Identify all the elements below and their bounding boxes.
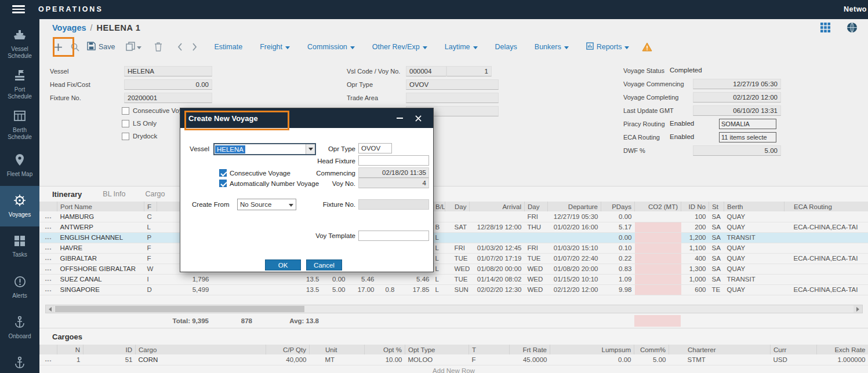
itinerary-row[interactable]: SUEZ CANAL I 1,796 13.5 0.00 5.46 5.46 L… [40,274,868,284]
modal-voy-no-field[interactable]: 4 [358,178,429,188]
sidebar-item-port-schedule[interactable]: Port Schedule [0,64,39,105]
modal-auto-number-label: Automatically Number Voyage [230,180,319,187]
warning-icon[interactable] [642,42,652,52]
sidebar-item-berth-schedule[interactable]: Berth Schedule [0,105,39,145]
cargoes-panel: Cargoes N ID Cargo C/P Qty Unit Opt % Op… [39,328,868,373]
itinerary-header-row: Port Name F B/L Day Arrival Day Departur… [40,202,868,211]
breadcrumb-voyages-link[interactable]: Voyages [52,23,86,32]
voyage-completing-field[interactable]: 02/12/20 12:00 [693,92,781,103]
itinerary-horizontal-scrollbar[interactable] [45,305,863,313]
trade-area-field[interactable] [406,93,499,103]
sidebar-item-voyages[interactable]: Voyages [0,186,39,226]
row-menu-icon[interactable] [40,274,57,284]
delete-button[interactable] [154,42,162,52]
sidebar-item-vessel-schedule[interactable]: Vessel Schedule [0,24,39,64]
chevron-down-icon [423,46,427,49]
consecutive-voyage-checkbox[interactable] [122,107,129,115]
chevron-down-icon[interactable] [306,144,315,154]
commission-menu[interactable]: Commission [307,43,355,51]
last-update-gmt-field[interactable]: 06/10/20 13:31 [693,105,781,116]
piracy-routing-detail[interactable]: SOMALIA [719,119,776,129]
estimate-link[interactable]: Estimate [215,43,243,51]
reports-menu[interactable]: Reports [586,42,630,52]
save-button[interactable]: Save [87,42,115,52]
itinerary-row[interactable]: OFFSHORE GIBRALTAR W L WED 01/08/20 00:0… [40,264,868,274]
drydock-checkbox[interactable] [122,133,129,140]
col-opt-type: Opt Type [405,345,469,354]
voyage-commencing-field[interactable]: 12/27/19 05:30 [693,79,781,89]
hamburger-menu-icon[interactable] [12,5,25,14]
row-menu-icon[interactable] [40,354,57,365]
modal-vessel-dropdown[interactable]: HELENA [213,143,316,155]
chevron-down-icon [564,46,569,49]
berth-schedule-icon [13,109,26,124]
tab-bl-info[interactable]: BL Info [103,190,125,198]
dwf-field[interactable]: 5.00 [693,145,781,156]
row-menu-icon[interactable] [40,264,57,274]
vessel-schedule-icon [13,28,27,43]
row-menu-icon[interactable] [40,222,57,232]
sidebar-item-alerts[interactable]: Alerts [0,267,39,308]
itinerary-row[interactable]: SINGAPORE D 5,499 13.5 5.00 17.00 0.8 17… [40,284,868,295]
voyage-status-value: Completed [670,67,702,74]
sidebar-item-fleet-map[interactable]: Fleet Map [0,145,39,186]
search-icon[interactable] [70,42,80,52]
copy-voyage-button[interactable] [126,42,141,53]
vsl-code-field[interactable]: 000004 [406,66,446,76]
ls-only-checkbox[interactable] [122,120,129,127]
sidebar-item-tasks[interactable]: Tasks [0,226,39,267]
opr-type-field[interactable]: OVOV [406,79,499,90]
grid-view-icon[interactable] [820,23,830,34]
col-day-departure: Day [525,202,548,211]
modal-auto-number-checkbox[interactable] [219,180,227,187]
voy-no-field[interactable]: 1 [446,66,492,76]
bunkers-menu[interactable]: Bunkers [535,43,569,51]
modal-head-fixture-field[interactable] [358,155,429,166]
itinerary-row[interactable]: ANTWERP L B SAT 12/28/19 12:00 THU 01 [40,222,868,232]
next-voyage-button[interactable] [192,43,197,51]
itinerary-row[interactable]: HAVRE F L FRI 01/03/20 12:45 FRI 01/0 [40,243,868,253]
head-fix-cost-field[interactable]: 0.00 [124,79,212,90]
modal-voy-template-field[interactable] [358,231,429,241]
itinerary-row[interactable]: HAMBURG C FRI 12/27/19 05:30 [40,211,868,222]
tab-cargo[interactable]: Cargo [145,190,165,198]
sidebar-item-onboard[interactable]: Onboard [0,308,39,348]
cargo-row[interactable]: 1 51 CORN 40,000 MT 10.00 MOLOO F 45.000… [40,354,868,365]
add-new-row-link[interactable]: Add New Row [39,367,868,373]
scroll-left-arrow[interactable] [46,305,55,313]
close-icon[interactable] [409,111,427,125]
row-menu-icon[interactable] [40,211,57,222]
chevron-down-icon [289,204,293,207]
freight-menu[interactable]: Freight [260,43,290,51]
modal-opr-type-field[interactable]: OVOV [358,143,392,153]
modal-consecutive-voyage-checkbox[interactable] [219,169,227,177]
cancel-button[interactable]: Cancel [306,259,342,270]
itinerary-row[interactable]: GIBRALTAR F L TUE 01/07/20 17:19 TUE [40,253,868,264]
row-menu-icon[interactable] [40,243,57,253]
modal-commencing-field[interactable]: 02/18/20 11:35 [358,167,429,178]
add-voyage-button[interactable] [53,42,63,52]
row-menu-icon[interactable] [40,232,57,243]
tab-itinerary[interactable]: Itinerary [52,190,82,199]
modal-create-from-dropdown[interactable]: No Source [237,199,296,210]
dialog-titlebar[interactable]: Create New Voyage [180,108,433,128]
row-menu-icon[interactable] [40,284,57,295]
laytime-menu[interactable]: Laytime [445,43,478,51]
previous-voyage-button[interactable] [177,43,183,51]
topbar-right-text[interactable]: Netwo [844,5,867,13]
fixture-no-field[interactable]: 20200001 [124,93,212,103]
row-menu-icon[interactable] [40,253,57,264]
other-rev-exp-menu[interactable]: Other Rev/Exp [372,43,427,51]
itinerary-row[interactable]: ENGLISH CHANNEL P L 0 [40,232,868,243]
vessel-field[interactable]: HELENA [124,66,212,76]
col-id: ID [83,345,136,354]
scroll-right-arrow[interactable] [854,305,862,313]
eca-routing-detail[interactable]: 11 items selecte [719,132,776,142]
globe-icon[interactable] [847,22,858,35]
scrollbar-thumb[interactable] [55,306,304,312]
minimize-icon[interactable] [390,111,409,125]
delays-link[interactable]: Delays [495,43,517,51]
sidebar-item-port-calls[interactable]: Port Calls [0,348,39,373]
ok-button[interactable]: OK [265,259,301,270]
fixture-no-label: Fixture No. [50,94,124,101]
